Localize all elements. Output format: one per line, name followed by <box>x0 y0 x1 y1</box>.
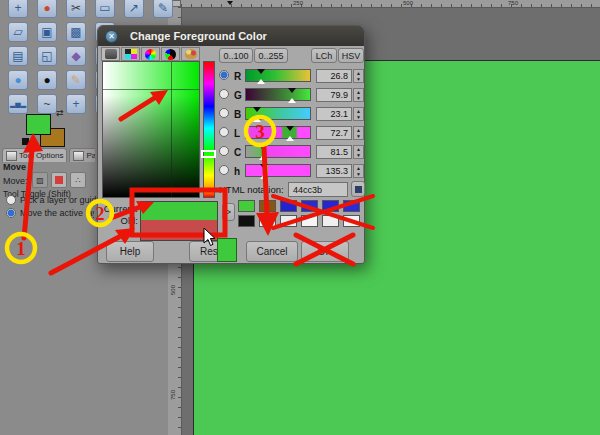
history-color-swatch[interactable] <box>301 200 318 212</box>
h-ruler-label: 750 <box>508 0 518 6</box>
hue-strip[interactable] <box>203 61 215 198</box>
history-color-swatch[interactable] <box>259 215 276 227</box>
color-history-row <box>238 200 360 212</box>
spinner-g[interactable]: ▲▼ <box>353 88 364 102</box>
picker-glyph-icon <box>355 186 362 193</box>
history-prev-button[interactable]: > <box>222 203 235 221</box>
move-selection-mode-button[interactable] <box>51 172 67 188</box>
h-ruler-label: 500 <box>403 0 413 6</box>
horizontal-ruler[interactable]: 250 500 750 <box>181 0 600 8</box>
spinner-l[interactable]: ▲▼ <box>353 126 364 140</box>
warp-tool-icon[interactable]: ▤ <box>8 46 28 66</box>
curves-tool-icon[interactable]: ~ <box>37 94 57 114</box>
move-tool-icon[interactable]: + <box>66 94 86 114</box>
radio-move-active-layer-label: Move the active layer <box>20 208 94 218</box>
slider-track-l[interactable] <box>245 126 311 139</box>
html-notation-input[interactable]: 44cc3b <box>288 182 348 197</box>
value-l[interactable]: 72.7 <box>316 126 352 140</box>
color-history-row <box>238 215 360 227</box>
tab-gimp-selector[interactable] <box>101 47 120 61</box>
scissors-tool-icon[interactable]: ✂ <box>66 0 86 18</box>
spinner-r[interactable]: ▲▼ <box>353 69 364 83</box>
tab-cmyk-selector[interactable] <box>121 47 140 61</box>
swap-colors-icon[interactable]: ⇄ <box>56 108 64 118</box>
cancel-button[interactable]: Cancel <box>246 241 298 262</box>
tab-palette-selector[interactable] <box>181 47 200 61</box>
value-c[interactable]: 81.5 <box>316 145 352 159</box>
color-picker-button[interactable] <box>351 181 365 197</box>
ok-button[interactable]: OK <box>301 241 349 262</box>
current-color-label: Current: <box>100 203 138 214</box>
history-color-swatch[interactable] <box>322 200 339 212</box>
hue-selector[interactable] <box>201 150 216 158</box>
spinner-b[interactable]: ▲▼ <box>353 107 364 121</box>
align-tool-icon[interactable]: + <box>8 0 28 18</box>
spinner-c[interactable]: ▲▼ <box>353 145 364 159</box>
history-color-swatch[interactable] <box>280 215 297 227</box>
move-path-mode-button[interactable]: ∴ <box>70 172 86 188</box>
move-mode-label: Move: <box>3 176 28 186</box>
ink-tool-icon[interactable]: ● <box>37 70 57 90</box>
tool-options-icon <box>6 151 17 161</box>
radio-channel-g[interactable] <box>219 89 229 99</box>
range-0-100-button[interactable]: 0..100 <box>219 48 253 63</box>
tab-paint-dynamics[interactable]: Paint D <box>69 148 95 162</box>
flip-tool-icon[interactable]: ▣ <box>37 22 57 42</box>
tab-wheel-selector[interactable] <box>161 47 180 61</box>
spinner-h[interactable]: ▲▼ <box>353 164 364 178</box>
radio-channel-c[interactable] <box>219 146 229 156</box>
hsv-button[interactable]: HSV <box>338 48 364 63</box>
history-color-swatch[interactable] <box>238 215 255 227</box>
blur-tool-icon[interactable]: ● <box>8 70 28 90</box>
radio-move-active-layer[interactable] <box>6 208 16 218</box>
old-color-swatch <box>141 220 217 240</box>
slider-track-r[interactable] <box>245 69 311 82</box>
sv-crosshair-horizontal <box>103 89 199 90</box>
value-h[interactable]: 135.3 <box>316 164 352 178</box>
pointer-tool-icon[interactable]: ↗ <box>124 0 144 18</box>
close-icon[interactable]: ✕ <box>105 30 118 43</box>
crop-tool-icon[interactable]: ▭ <box>95 0 115 18</box>
radio-channel-r[interactable] <box>219 70 229 80</box>
history-color-swatch[interactable] <box>259 200 276 212</box>
history-color-swatch[interactable] <box>343 200 360 212</box>
history-color-swatch[interactable] <box>280 200 297 212</box>
slider-track-b[interactable] <box>245 107 311 120</box>
selection-red-square-icon <box>55 176 63 184</box>
value-r[interactable]: 26.8 <box>316 69 352 83</box>
shear-tool-icon[interactable]: ◆ <box>66 46 86 66</box>
perspective-tool-icon[interactable]: ▱ <box>8 22 28 42</box>
slider-track-h[interactable] <box>245 164 311 177</box>
history-color-swatch[interactable] <box>301 215 318 227</box>
levels-tool-icon[interactable]: ▂▅▂ <box>8 94 28 114</box>
history-color-swatch[interactable] <box>343 215 360 227</box>
value-g[interactable]: 79.9 <box>316 88 352 102</box>
history-color-swatch[interactable] <box>322 215 339 227</box>
radio-channel-h[interactable] <box>219 165 229 175</box>
slider-row-b: B 23.1 ▲▼ <box>219 107 365 121</box>
smudge-tool-icon[interactable]: ✎ <box>66 70 86 90</box>
saturation-value-square[interactable] <box>102 61 200 198</box>
history-color-swatch[interactable] <box>238 200 255 212</box>
lch-button[interactable]: LCh <box>311 48 337 63</box>
move-layer-mode-button[interactable]: ▨ <box>32 172 48 188</box>
color-ring-icon <box>145 49 156 60</box>
tab-tool-options[interactable]: Tool Options <box>2 148 67 162</box>
cmyk-icon <box>125 49 137 59</box>
foreground-color-swatch[interactable] <box>26 114 51 135</box>
radio-channel-b[interactable] <box>219 108 229 118</box>
dialog-titlebar[interactable]: ✕ Change Foreground Color <box>98 26 364 46</box>
current-old-swatch-frame <box>140 201 218 241</box>
bucket-fill-tool-icon[interactable]: ◱ <box>37 46 57 66</box>
paths-tool-icon[interactable]: ✎ <box>153 0 173 18</box>
slider-track-g[interactable] <box>245 88 311 101</box>
value-b[interactable]: 23.1 <box>316 107 352 121</box>
radio-pick-layer[interactable] <box>6 195 16 205</box>
tab-watercolor-selector[interactable] <box>141 47 160 61</box>
transform-3d-tool-icon[interactable]: ▩ <box>66 22 86 42</box>
range-0-255-button[interactable]: 0..255 <box>254 48 288 63</box>
color-picker-tool-icon[interactable]: ● <box>37 0 57 18</box>
slider-track-c[interactable] <box>245 145 311 158</box>
radio-channel-l[interactable] <box>219 127 229 137</box>
help-button[interactable]: Help <box>106 241 154 262</box>
